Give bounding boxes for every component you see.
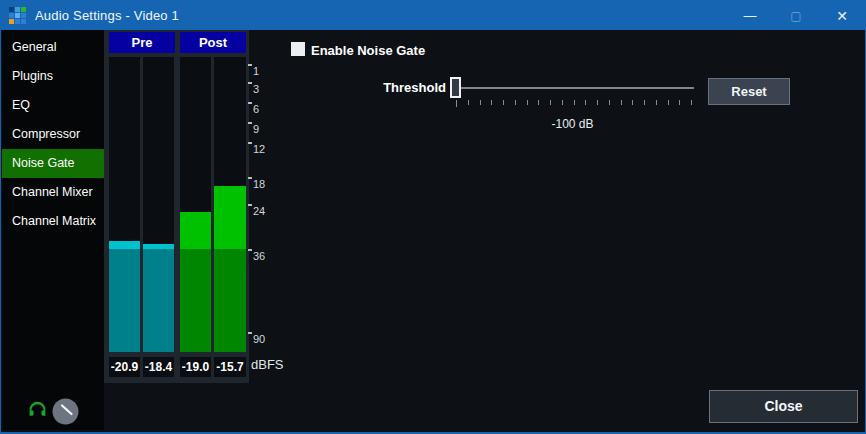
meter-group-pre-label: Pre [109, 32, 175, 53]
slider-tick [621, 100, 622, 105]
meter-pre-channel-1 [109, 57, 140, 352]
slider-tick [527, 100, 528, 105]
db-scale-label: 36 [253, 248, 265, 264]
db-scale-label: 12 [253, 141, 265, 157]
slider-tick [468, 100, 469, 105]
meter-value-post-2: -15.7 [214, 357, 246, 377]
minimize-button[interactable]: — [727, 1, 773, 30]
db-scale-label: 1 [253, 63, 259, 79]
sidebar-item-channel-mixer[interactable]: Channel Mixer [2, 178, 104, 207]
headphones-icon[interactable] [27, 399, 48, 420]
meter-value-pre-1: -20.9 [109, 357, 140, 377]
sidebar-item-plugins[interactable]: Plugins [2, 62, 104, 91]
audio-settings-window: Audio Settings - Video 1 — ▢ ✕ General P… [0, 0, 866, 434]
slider-tick [644, 100, 645, 105]
db-scale-tick [248, 204, 252, 206]
meter-pre-channel-2 [143, 57, 174, 352]
threshold-slider[interactable] [451, 73, 694, 109]
maximize-button: ▢ [773, 1, 819, 30]
threshold-label: Threshold [331, 80, 446, 95]
threshold-value: -100 dB [451, 117, 694, 131]
meter-post-channel-1 [180, 57, 211, 352]
slider-tick [632, 100, 633, 105]
slider-tick [491, 100, 492, 105]
meter-value-pre-2: -18.4 [143, 357, 174, 377]
slider-tick [503, 100, 504, 105]
audio-meter-panel: Pre Post -20.9 -18.4 -19.0 -15.7 [104, 30, 249, 383]
slider-tick [515, 100, 516, 105]
db-scale-tick [248, 82, 252, 84]
sidebar-item-channel-matrix[interactable]: Channel Matrix [2, 207, 104, 236]
window-title: Audio Settings - Video 1 [35, 8, 179, 23]
meter-value-post-1: -19.0 [180, 357, 211, 377]
slider-tick [691, 100, 692, 105]
sidebar-item-general[interactable]: General [2, 33, 104, 62]
sidebar-item-compressor[interactable]: Compressor [2, 120, 104, 149]
app-logo-icon [9, 7, 26, 24]
slider-tick [679, 100, 680, 105]
close-button[interactable]: Close [709, 390, 858, 423]
meter-post-channel-2 [214, 57, 246, 352]
threshold-slider-track[interactable] [451, 87, 694, 89]
slider-tick [574, 100, 575, 105]
db-scale-tick [248, 64, 252, 66]
slider-tick [480, 100, 481, 105]
slider-tick [609, 100, 610, 105]
settings-sidebar: General Plugins EQ Compressor Noise Gate… [2, 30, 104, 430]
db-scale-tick [248, 177, 252, 179]
volume-knob[interactable] [52, 398, 79, 425]
db-scale-tick [248, 122, 252, 124]
slider-tick [456, 100, 457, 107]
db-scale-tick [248, 332, 252, 334]
db-scale-tick [248, 249, 252, 251]
slider-tick [597, 100, 598, 105]
slider-tick [538, 100, 539, 105]
close-window-button[interactable]: ✕ [819, 1, 865, 30]
db-scale-label: 24 [253, 203, 265, 219]
threshold-slider-ticks [451, 100, 694, 108]
db-scale-label: 90 [253, 331, 265, 347]
reset-button[interactable]: Reset [708, 78, 790, 105]
meter-group-post-label: Post [180, 32, 246, 53]
slider-tick [656, 100, 657, 105]
threshold-slider-thumb[interactable] [450, 77, 461, 98]
db-scale-tick [248, 142, 252, 144]
db-scale-label: 18 [253, 176, 265, 192]
db-scale-label: 6 [253, 101, 259, 117]
db-scale-tick [248, 102, 252, 104]
titlebar: Audio Settings - Video 1 — ▢ ✕ [1, 1, 865, 30]
enable-noise-gate-checkbox[interactable] [291, 42, 305, 56]
sidebar-item-eq[interactable]: EQ [2, 91, 104, 120]
slider-tick [585, 100, 586, 105]
enable-noise-gate-label[interactable]: Enable Noise Gate [311, 43, 425, 58]
sidebar-item-noise-gate[interactable]: Noise Gate [2, 149, 104, 178]
slider-tick [550, 100, 551, 105]
dbfs-unit-label: dBFS [251, 357, 284, 372]
db-scale-label: 9 [253, 121, 259, 137]
slider-tick [668, 100, 669, 105]
slider-tick [562, 100, 563, 105]
db-scale: 13691218243690 [247, 30, 281, 383]
db-scale-label: 3 [253, 81, 259, 97]
